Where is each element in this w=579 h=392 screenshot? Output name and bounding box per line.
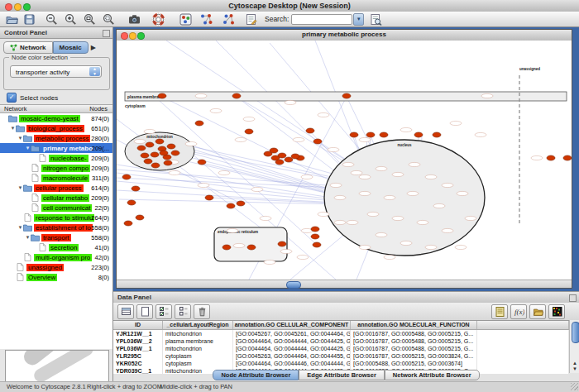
- tree-row[interactable]: multi-organism pro42(0): [0, 252, 112, 262]
- layout-network-2-icon[interactable]: [222, 12, 236, 26]
- new-attribute-icon[interactable]: [136, 304, 153, 319]
- gene-node[interactable]: [237, 201, 245, 206]
- gene-node[interactable]: [132, 186, 140, 191]
- gene-node[interactable]: [141, 153, 149, 158]
- tab-node-attribute-browser[interactable]: Node Attribute Browser: [213, 370, 299, 380]
- tab-edge-attribute-browser[interactable]: Edge Attribute Browser: [299, 370, 384, 380]
- snapshot-icon[interactable]: [127, 12, 141, 26]
- gene-label-node[interactable]: [185, 141, 197, 146]
- tree-row[interactable]: nitrogen compo209(0): [0, 163, 112, 173]
- table-vertical-scrollbar[interactable]: ▲ ▼: [569, 320, 579, 373]
- help-icon[interactable]: [151, 12, 165, 26]
- gene-node[interactable]: [247, 245, 256, 250]
- gene-label-node[interactable]: [330, 183, 342, 187]
- tree-row[interactable]: ▼metabolic process280(0): [0, 133, 112, 143]
- gene-label-node[interactable]: [367, 212, 379, 216]
- resize-grip[interactable]: [571, 383, 578, 390]
- tree-row[interactable]: cell communicat22(0): [0, 203, 112, 213]
- gene-label-node[interactable]: [285, 100, 296, 104]
- gene-label-node[interactable]: [233, 243, 245, 247]
- gene-node[interactable]: [342, 93, 351, 98]
- gene-label-node[interactable]: [227, 228, 238, 232]
- table-row[interactable]: YKR052Ccytoplasm[GO:0044464, GO:0044446,…: [113, 360, 569, 367]
- more-tabs-arrow[interactable]: ▶: [91, 44, 96, 51]
- gene-node[interactable]: [275, 160, 284, 165]
- gene-label-node[interactable]: [442, 228, 453, 232]
- tree-row[interactable]: unassigned223(0): [0, 262, 112, 272]
- tree-row[interactable]: ▼transport558(0): [0, 232, 112, 242]
- vizmapper-icon[interactable]: [179, 12, 193, 26]
- gene-label-node[interactable]: [198, 183, 209, 187]
- open-file-icon[interactable]: [5, 12, 19, 26]
- import-table-icon[interactable]: [529, 304, 546, 319]
- gene-node[interactable]: [380, 132, 388, 137]
- table-row[interactable]: YJR121W__1mitochondrion[GO:0045267, GO:0…: [113, 330, 569, 337]
- gene-label-node[interactable]: [351, 170, 362, 174]
- gene-node[interactable]: [164, 160, 172, 165]
- tree-row[interactable]: macromolecule311(0): [0, 173, 112, 183]
- net-minimize-button[interactable]: [129, 32, 136, 40]
- gene-node[interactable]: [160, 151, 168, 155]
- gene-label-node[interactable]: [531, 155, 543, 160]
- gene-label-node[interactable]: [359, 191, 371, 195]
- gene-label-node[interactable]: [442, 183, 453, 187]
- gene-label-node[interactable]: [251, 187, 263, 191]
- expand-arrow-icon[interactable]: ▼: [25, 235, 31, 240]
- tab-network[interactable]: Network: [3, 41, 53, 54]
- gene-label-node[interactable]: [347, 220, 358, 224]
- expand-arrow-icon[interactable]: ▼: [17, 185, 23, 190]
- search-dropdown-arrow[interactable]: ▼: [353, 13, 364, 26]
- gene-node[interactable]: [151, 152, 159, 157]
- gene-label-node[interactable]: [400, 127, 412, 131]
- gene-node[interactable]: [137, 146, 146, 151]
- gene-label-node[interactable]: [318, 112, 329, 117]
- gene-label-node[interactable]: [334, 220, 346, 224]
- node-color-dropdown[interactable]: transporter activity ▲▼: [10, 65, 102, 78]
- gene-node[interactable]: [313, 242, 321, 247]
- gene-label-node[interactable]: [264, 260, 275, 264]
- tree-row[interactable]: ▼establishment of lo558(0): [0, 222, 112, 232]
- zoom-selected-icon[interactable]: [102, 12, 116, 26]
- zoom-out-icon[interactable]: [45, 12, 59, 26]
- minimize-button[interactable]: [14, 3, 22, 11]
- gene-label-node[interactable]: [318, 212, 329, 216]
- search-index-icon[interactable]: [369, 12, 383, 26]
- gene-label-node[interactable]: [134, 139, 146, 143]
- select-nodes-checkbox[interactable]: ✓: [7, 93, 17, 103]
- network-view-window[interactable]: primary metabolic process plasma membran…: [116, 29, 572, 289]
- network-canvas[interactable]: plasma membranecytoplasmmitochondrionnuc…: [117, 41, 572, 280]
- tab-network-attribute-browser[interactable]: Network Attribute Browser: [385, 370, 480, 380]
- table-row[interactable]: YPL036W__2plasma membrane[GO:0044464, GO…: [113, 337, 569, 345]
- gene-label-node[interactable]: [376, 232, 387, 237]
- gene-node[interactable]: [156, 139, 164, 144]
- zoom-in-icon[interactable]: [64, 12, 78, 26]
- gene-label-node[interactable]: [218, 170, 230, 174]
- gene-node[interactable]: [270, 148, 278, 153]
- gene-node[interactable]: [167, 144, 175, 149]
- gene-node[interactable]: [291, 154, 299, 159]
- gene-label-node[interactable]: [481, 93, 493, 98]
- close-button[interactable]: [5, 3, 12, 11]
- table-row[interactable]: YPL036W__1mitochondrion[GO:0044464, GO:0…: [113, 345, 569, 352]
- hscroll-thumb[interactable]: [286, 281, 301, 289]
- tree-row[interactable]: nucleobase-209(0): [0, 153, 112, 163]
- column-header[interactable]: annotation.GO CELLULAR_COMPONENT: [233, 321, 351, 329]
- gene-label-node[interactable]: [384, 195, 395, 199]
- select-all-attributes-icon[interactable]: [156, 304, 172, 319]
- gene-label-node[interactable]: [301, 174, 313, 179]
- gene-node[interactable]: [350, 132, 358, 137]
- gene-label-node[interactable]: [433, 203, 445, 208]
- gene-node[interactable]: [198, 160, 206, 165]
- gene-node[interactable]: [171, 151, 179, 155]
- gene-label-node[interactable]: [455, 245, 467, 249]
- zoom-window-button[interactable]: [23, 3, 31, 11]
- gene-node[interactable]: [433, 132, 441, 137]
- gene-node[interactable]: [311, 227, 319, 232]
- gene-label-node[interactable]: [210, 108, 222, 112]
- gene-node[interactable]: [313, 139, 322, 144]
- column-header[interactable]: _cellularLayoutRegion: [163, 321, 233, 329]
- tree-row[interactable]: Overview8(0): [0, 272, 112, 282]
- gene-node[interactable]: [223, 245, 231, 250]
- gene-node[interactable]: [195, 121, 203, 126]
- gene-label-node[interactable]: [280, 249, 292, 253]
